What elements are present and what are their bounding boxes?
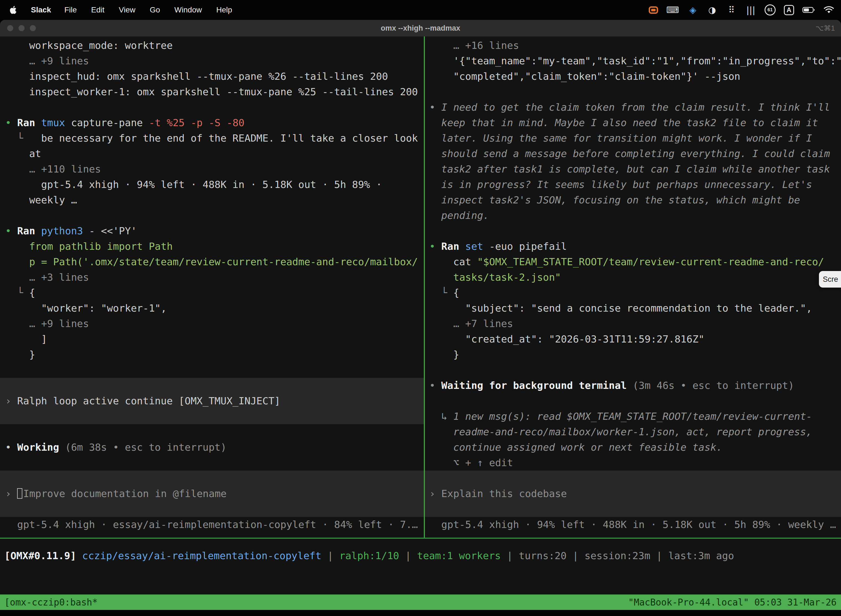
terminal-line: at xyxy=(0,146,424,161)
terminal-line: • Ran tmux capture-pane -t %25 -p -S -80 xyxy=(0,115,424,131)
traffic-lights xyxy=(7,25,36,31)
terminal-line: … +9 lines xyxy=(0,53,424,69)
terminal-line xyxy=(0,455,424,471)
terminal-line: "created_at": "2026-03-31T11:59:27.816Z" xyxy=(425,331,841,347)
window-shortcut-hint: ⌥⌘1 xyxy=(816,24,835,32)
composer-row[interactable] xyxy=(425,502,841,517)
terminal-line: ⌥ + ↑ edit xyxy=(425,455,841,471)
terminal-line: weekly … xyxy=(0,192,424,208)
hud-status-line: [OMX#0.11.9] cczip/essay/ai-reimplementa… xyxy=(0,548,841,563)
terminal-line: workspace_mode: worktree xyxy=(0,38,424,53)
terminal-line: … +110 lines xyxy=(0,161,424,177)
menu-bar: Slack FileEditViewGoWindowHelp ⌨◈◑⠿|||61… xyxy=(0,0,841,20)
terminal-line xyxy=(425,84,841,100)
menu-window[interactable]: Window xyxy=(174,6,202,14)
terminal-line xyxy=(0,424,424,440)
terminal-line xyxy=(425,362,841,378)
tmux-status-bar: [omx-cczip0:bash* "MacBook-Pro-44.local"… xyxy=(0,594,841,610)
terminal-line xyxy=(0,362,424,378)
terminal-line: ↳ 1 new msg(s): read $OMX_TEAM_STATE_ROO… xyxy=(425,409,841,424)
close-button[interactable] xyxy=(7,25,13,31)
terminal-line: "completed","claim_token":"claim-token"}… xyxy=(425,69,841,84)
active-app-menu[interactable]: Slack xyxy=(31,6,51,14)
keyboard-icon[interactable]: ⌨ xyxy=(666,5,679,15)
terminal-line: later. Using the same for transition mig… xyxy=(425,131,841,146)
terminal-line: ] xyxy=(0,331,424,347)
terminal-line: should send a message before completing … xyxy=(425,146,841,161)
window-title: omx --xhigh --madmax xyxy=(381,24,460,32)
composer-row[interactable] xyxy=(0,471,424,486)
screen-recording-icon[interactable] xyxy=(649,6,658,14)
terminal-line: • Working (6m 38s • esc to interrupt) xyxy=(0,440,424,455)
terminal-line: } xyxy=(425,347,841,362)
text-cursor xyxy=(17,488,22,499)
terminal-line: } xyxy=(0,347,424,362)
terminal-line: keep that in mind. Maybe I also need the… xyxy=(425,115,841,131)
composer-row[interactable] xyxy=(0,502,424,517)
input-source-icon[interactable]: A xyxy=(784,5,794,15)
terminal-line: … +7 lines xyxy=(425,316,841,331)
terminal-line: gpt-5.4 xhigh · essay/ai-reimplementatio… xyxy=(0,517,424,532)
terminal-line: └ { xyxy=(425,285,841,301)
terminal-line xyxy=(0,208,424,223)
terminal-line: gpt-5.4 xhigh · 94% left · 488K in · 5.1… xyxy=(425,517,841,532)
terminal-line: task2 after task1 is complete, but can I… xyxy=(425,161,841,177)
terminal-line: "subject": "send a concise recommendatio… xyxy=(425,301,841,316)
terminal-window: workspace_mode: worktree … +9 lines insp… xyxy=(0,37,841,610)
menu-status-icons: ⌨◈◑⠿|||61A xyxy=(649,4,834,15)
battery-icon[interactable] xyxy=(802,7,815,13)
terminal-line: "worker": "worker-1", xyxy=(0,301,424,316)
terminal-line: '{"team_name":"my-team","task_id":"1","f… xyxy=(425,53,841,69)
battery-percent-icon[interactable]: 61 xyxy=(765,4,776,15)
terminal-line: • Ran set -euo pipefail xyxy=(425,239,841,254)
menu-items: FileEditViewGoWindowHelp xyxy=(64,6,232,14)
menu-file[interactable]: File xyxy=(64,6,77,14)
composer-row[interactable]: › Improve documentation in @filename xyxy=(0,486,424,502)
menu-edit[interactable]: Edit xyxy=(91,6,104,14)
zoom-button[interactable] xyxy=(30,25,36,31)
composer-row[interactable] xyxy=(0,409,424,424)
tmux-session-info: [omx-cczip0:bash* xyxy=(4,597,98,608)
terminal-line: • Waiting for background terminal (3m 46… xyxy=(425,378,841,393)
menu-go[interactable]: Go xyxy=(150,6,160,14)
terminal-line: • Ran python3 - <<'PY' xyxy=(0,223,424,239)
composer-row[interactable]: › Explain this codebase xyxy=(425,486,841,502)
terminal-line: inspect_hud: omx sparkshell --tmux-pane … xyxy=(0,69,424,84)
menu-bar-left: Slack FileEditViewGoWindowHelp xyxy=(9,5,232,15)
terminal-line xyxy=(425,393,841,409)
terminal-line: … +9 lines xyxy=(0,316,424,331)
tmux-host-clock: "MacBook-Pro-44.local" 05:03 31-Mar-26 xyxy=(628,597,837,608)
terminal-line: … +16 lines xyxy=(425,38,841,53)
dots-grid-icon[interactable]: ⠿ xyxy=(726,5,737,15)
terminal-line: └ be necessary for the end of the README… xyxy=(0,131,424,146)
circular-app-icon[interactable]: ◑ xyxy=(707,5,718,15)
terminal-line: cat "$OMX_TEAM_STATE_ROOT/team/review-cu… xyxy=(425,254,841,270)
composer-row[interactable]: › Ralph loop active continue [OMX_TMUX_I… xyxy=(0,393,424,409)
tally-icon[interactable]: ||| xyxy=(745,5,756,15)
terminal-line: tasks/task-2.json" xyxy=(425,270,841,285)
menu-help[interactable]: Help xyxy=(216,6,232,14)
omx-hud-pane[interactable]: [OMX#0.11.9] cczip/essay/ai-reimplementa… xyxy=(0,539,841,594)
terminal-line: readme-and-reco/mailbox/worker-1.json, a… xyxy=(425,424,841,440)
terminal-line: inspect_worker-1: omx sparkshell --tmux-… xyxy=(0,84,424,100)
tmux-pane-right[interactable]: … +16 lines '{"team_name":"my-team","tas… xyxy=(425,37,841,538)
blue-app-icon[interactable]: ◈ xyxy=(687,5,698,15)
terminal-line: from pathlib import Path xyxy=(0,239,424,254)
window-title-bar[interactable]: omx --xhigh --madmax ⌥⌘1 xyxy=(0,20,841,37)
terminal-line: continue assigned work or next feasible … xyxy=(425,440,841,455)
terminal-line: is in progress? It seems likely but perh… xyxy=(425,177,841,192)
composer-row[interactable] xyxy=(425,471,841,486)
terminal-line: pending. xyxy=(425,208,841,223)
tmux-pane-left[interactable]: workspace_mode: worktree … +9 lines insp… xyxy=(0,37,424,538)
terminal-line: └ { xyxy=(0,285,424,301)
screen-notification-overlay[interactable]: Scre xyxy=(819,271,841,287)
terminal-line: • I need to get the claim token from the… xyxy=(425,100,841,115)
apple-menu-icon[interactable] xyxy=(9,5,18,15)
wifi-icon[interactable] xyxy=(823,6,834,14)
minimize-button[interactable] xyxy=(19,25,25,31)
terminal-line xyxy=(0,100,424,115)
terminal-line: p = Path('.omx/state/team/review-current… xyxy=(0,254,424,270)
terminal-line xyxy=(425,223,841,239)
menu-view[interactable]: View xyxy=(119,6,135,14)
composer-row[interactable] xyxy=(0,378,424,393)
